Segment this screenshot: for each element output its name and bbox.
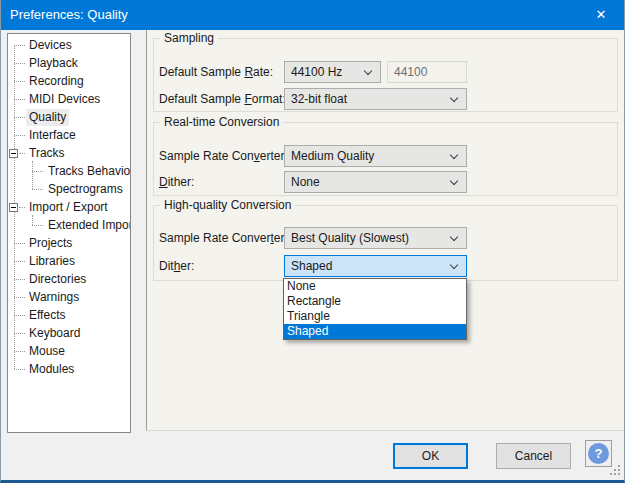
sidebar-item-effects[interactable]: Effects [8,306,130,324]
collapse-minus-icon[interactable] [9,149,18,158]
dropdown-option-rectangle[interactable]: Rectangle [284,294,466,309]
sidebar-item-label: Tracks [26,145,68,162]
sidebar-item-tracks-behaviors[interactable]: Tracks Behaviors [8,162,130,180]
sidebar-item-label: Mouse [26,343,68,360]
sidebar-item-keyboard[interactable]: Keyboard [8,324,130,342]
sidebar-item-label: Playback [26,55,81,72]
hq-dither-combobox[interactable]: Shaped [284,255,467,277]
quality-settings-panel: Sampling Default Sample Rate: 44100 Hz D… [146,30,624,431]
sidebar-item-import-export[interactable]: Import / Export [8,198,130,216]
rt-dither-row: Dither: None [159,171,612,193]
sidebar-item-label: Recording [26,73,87,90]
rt-sample-rate-converter-label: Sample Rate Converter: [159,149,288,163]
sidebar-item-devices[interactable]: Devices [8,36,130,54]
default-sample-rate-combobox[interactable]: 44100 Hz [284,61,381,83]
preferences-dialog: Preferences: Quality ✕ Devices Playback … [0,0,625,483]
rt-dither-combobox[interactable]: None [284,171,467,193]
resize-grip[interactable] [610,465,621,476]
dropdown-option-triangle[interactable]: Triangle [284,309,466,324]
hq-conversion-group: High-quality Conversion Sample Rate Conv… [153,205,618,281]
sidebar-item-label: Import / Export [26,199,111,216]
close-icon: ✕ [596,7,607,22]
sampling-group: Sampling Default Sample Rate: 44100 Hz D… [153,38,618,112]
sidebar-item-interface[interactable]: Interface [8,126,130,144]
sidebar-item-midi-devices[interactable]: MIDI Devices [8,90,130,108]
sidebar-item-warnings[interactable]: Warnings [8,288,130,306]
chevron-down-icon [450,151,458,159]
sidebar-item-label: Extended Import [45,217,131,234]
sidebar-item-label: Keyboard [26,325,83,342]
sidebar-item-spectrograms[interactable]: Spectrograms [8,180,130,198]
hq-sample-rate-converter-combobox[interactable]: Best Quality (Slowest) [284,227,467,249]
sidebar-item-playback[interactable]: Playback [8,54,130,72]
chevron-down-icon [364,67,372,75]
default-sample-rate-row: Default Sample Rate: 44100 Hz [159,61,612,83]
hq-dither-row: Dither: Shaped [159,255,612,277]
hq-dither-label: Dither: [159,259,194,273]
sidebar-item-label: Projects [26,235,75,252]
sidebar-item-label: Directories [26,271,89,288]
help-button[interactable]: ? [585,440,612,467]
chevron-down-icon [450,94,458,102]
close-button[interactable]: ✕ [578,0,624,30]
dropdown-option-none[interactable]: None [284,279,466,294]
rt-dither-label: Dither: [159,175,194,189]
sidebar-item-label: Quality [26,109,69,126]
default-sample-format-combobox[interactable]: 32-bit float [284,88,467,110]
sidebar-item-label: Interface [26,127,79,144]
sidebar-item-label: Tracks Behaviors [45,163,131,180]
collapse-minus-icon[interactable] [9,203,18,212]
help-icon: ? [588,443,609,464]
sidebar-item-label: Devices [26,37,75,54]
titlebar[interactable]: Preferences: Quality ✕ [1,0,624,30]
sidebar-item-label: Modules [26,361,77,378]
rt-sample-rate-converter-combobox[interactable]: Medium Quality [284,145,467,167]
dialog-body: Devices Playback Recording MIDI Devices … [1,30,624,480]
sidebar-item-label: Warnings [26,289,82,306]
hq-sample-rate-converter-row: Sample Rate Converter: Best Quality (Slo… [159,227,612,249]
sidebar-item-recording[interactable]: Recording [8,72,130,90]
sidebar-item-libraries[interactable]: Libraries [8,252,130,270]
sidebar-item-tracks[interactable]: Tracks [8,144,130,162]
sidebar-item-label: Spectrograms [45,181,126,198]
cancel-button[interactable]: Cancel [496,443,571,469]
sidebar-item-label: MIDI Devices [26,91,103,108]
sidebar-item-label: Effects [26,307,68,324]
group-legend: Sampling [160,31,218,46]
realtime-conversion-group: Real-time Conversion Sample Rate Convert… [153,122,618,196]
group-legend: Real-time Conversion [160,115,283,130]
ok-button[interactable]: OK [393,443,468,469]
default-sample-format-row: Default Sample Format: 32-bit float [159,88,612,110]
default-sample-format-label: Default Sample Format: [159,92,286,106]
rt-sample-rate-converter-row: Sample Rate Converter: Medium Quality [159,145,612,167]
sidebar-item-mouse[interactable]: Mouse [8,342,130,360]
sidebar-item-directories[interactable]: Directories [8,270,130,288]
default-sample-rate-label: Default Sample Rate: [159,65,273,79]
window-title: Preferences: Quality [10,0,128,30]
preferences-category-tree: Devices Playback Recording MIDI Devices … [7,33,131,433]
other-sample-rate-field [387,61,467,83]
dither-dropdown-list: None Rectangle Triangle Shaped [283,278,467,340]
sidebar-item-extended-import[interactable]: Extended Import [8,216,130,234]
dropdown-option-shaped[interactable]: Shaped [284,324,466,339]
chevron-down-icon [450,261,458,269]
sidebar-item-projects[interactable]: Projects [8,234,130,252]
sidebar-item-label: Libraries [26,253,78,270]
chevron-down-icon [450,177,458,185]
sidebar-item-quality[interactable]: Quality [8,108,130,126]
hq-sample-rate-converter-label: Sample Rate Converter: [159,231,288,245]
chevron-down-icon [450,233,458,241]
group-legend: High-quality Conversion [160,198,295,213]
sidebar-item-modules[interactable]: Modules [8,360,130,378]
